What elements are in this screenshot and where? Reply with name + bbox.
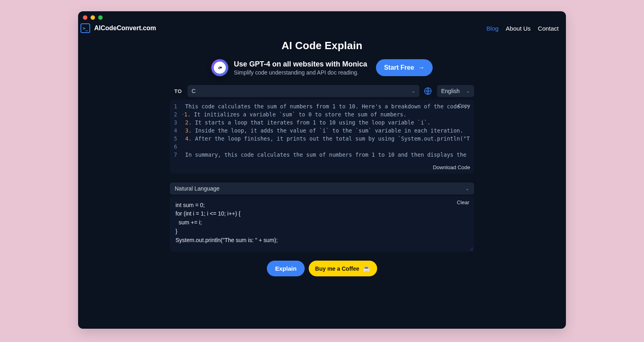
list-marker: 1. <box>184 111 194 118</box>
promo-cta-button[interactable]: Start Free → <box>376 59 433 76</box>
list-marker: 4. <box>185 135 195 142</box>
window-maximize-icon[interactable] <box>98 15 103 20</box>
input-type-value: Natural Language <box>175 185 219 192</box>
code-text <box>185 143 470 151</box>
code-line: 32. It starts a loop that iterates from … <box>174 119 470 127</box>
to-language-select[interactable]: C ⌄ <box>188 85 419 97</box>
download-code-link[interactable]: Download Code <box>433 164 470 170</box>
list-marker: 3. <box>185 127 195 134</box>
resize-handle-icon[interactable] <box>469 247 473 251</box>
promo-cta-label: Start Free <box>384 64 414 71</box>
explain-button[interactable]: Explain <box>267 261 304 276</box>
nav-links: Blog About Us Contact <box>487 25 559 32</box>
chevron-down-icon: ⌄ <box>465 186 469 191</box>
buy-coffee-button[interactable]: Buy me a Coffee ☕ <box>309 261 377 276</box>
output-panel: Copy 1This code calculates the sum of nu… <box>170 99 474 174</box>
output-language-value: English <box>441 88 460 94</box>
promo-left: ‹• Use GPT-4 on all websites with Monica… <box>211 59 367 76</box>
promo-sub: Simplify code understanding and API doc … <box>234 69 367 76</box>
list-marker: 2. <box>185 119 195 126</box>
coffee-icon: ☕ <box>363 265 371 272</box>
input-type-select[interactable]: Natural Language ⌄ <box>170 182 474 195</box>
to-row: TO C ⌄ English ⌄ <box>170 85 474 97</box>
line-number: 6 <box>174 143 181 151</box>
window-titlebar <box>78 11 566 19</box>
to-language-value: C <box>192 88 196 94</box>
code-line: 1This code calculates the sum of numbers… <box>174 103 470 111</box>
brand-logo-icon: >_ <box>80 23 90 33</box>
navbar: >_ AICodeConvert.com Blog About Us Conta… <box>78 19 566 37</box>
promo-headline: Use GPT-4 on all websites with Monica <box>234 60 367 68</box>
line-number: 5 <box>174 135 181 143</box>
promo-text: Use GPT-4 on all websites with Monica Si… <box>234 60 367 76</box>
code-line: 2⌄1. It initializes a variable `sum` to … <box>174 111 470 119</box>
action-row: Explain Buy me a Coffee ☕ <box>170 261 474 276</box>
code-text: This code calculates the sum of numbers … <box>185 103 470 111</box>
nav-link-contact[interactable]: Contact <box>538 25 559 32</box>
line-number: 4 <box>174 127 181 135</box>
window-close-icon[interactable] <box>83 15 87 20</box>
line-number: 7 <box>174 151 181 159</box>
code-input[interactable]: int sum = 0; for (int i = 1; i <= 10; i+… <box>175 201 469 245</box>
brand-name: AICodeConvert.com <box>94 25 156 32</box>
line-number: 2 <box>174 111 181 119</box>
nav-link-blog[interactable]: Blog <box>487 25 499 32</box>
output-code-area[interactable]: 1This code calculates the sum of numbers… <box>174 103 470 159</box>
to-label: TO <box>170 88 184 94</box>
clear-button[interactable]: Clear <box>457 199 469 205</box>
code-text: 1. It initializes a variable `sum` to 0 … <box>184 111 470 119</box>
page-title: AI Code Explain <box>78 39 566 52</box>
code-text: 4. After the loop finishes, it prints ou… <box>185 135 470 143</box>
copy-button[interactable]: Copy <box>458 103 470 109</box>
main-content: TO C ⌄ English ⌄ Copy 1This code calcula… <box>170 85 474 329</box>
buy-coffee-label: Buy me a Coffee <box>315 265 359 272</box>
globe-icon[interactable] <box>423 86 433 96</box>
output-language-select[interactable]: English ⌄ <box>437 85 474 97</box>
line-number: 1 <box>174 103 181 111</box>
code-text: 2. It starts a loop that iterates from 1… <box>185 119 470 127</box>
app-window: >_ AICodeConvert.com Blog About Us Conta… <box>78 11 566 329</box>
window-minimize-icon[interactable] <box>91 15 95 20</box>
code-line: 7In summary, this code calculates the su… <box>174 151 470 159</box>
code-line: 43. Inside the loop, it adds the value o… <box>174 127 470 135</box>
input-panel: Clear int sum = 0; for (int i = 1; i <= … <box>170 196 474 252</box>
chevron-down-icon: ⌄ <box>411 88 415 94</box>
brand[interactable]: >_ AICodeConvert.com <box>80 23 156 33</box>
promo-banner: ‹• Use GPT-4 on all websites with Monica… <box>78 59 566 76</box>
code-line: 54. After the loop finishes, it prints o… <box>174 135 470 143</box>
promo-avatar-icon: ‹• <box>211 59 228 76</box>
arrow-right-icon: → <box>418 64 425 71</box>
nav-link-about[interactable]: About Us <box>506 25 531 32</box>
chevron-down-icon: ⌄ <box>466 88 470 94</box>
promo-avatar-face: ‹• <box>214 62 226 74</box>
code-line: 6 <box>174 143 470 151</box>
code-text: 3. Inside the loop, it adds the value of… <box>185 127 470 135</box>
code-text: In summary, this code calculates the sum… <box>185 151 470 159</box>
line-number: 3 <box>174 119 181 127</box>
